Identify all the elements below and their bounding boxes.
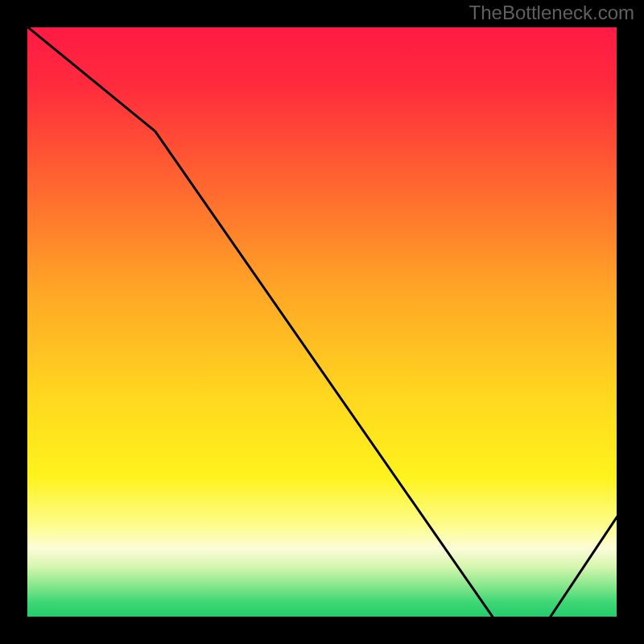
- watermark-text: TheBottleneck.com: [469, 2, 634, 24]
- chart-container: TheBottleneck.com: [0, 0, 644, 644]
- bottleneck-curve: [24, 24, 620, 620]
- plot-area: [24, 24, 620, 620]
